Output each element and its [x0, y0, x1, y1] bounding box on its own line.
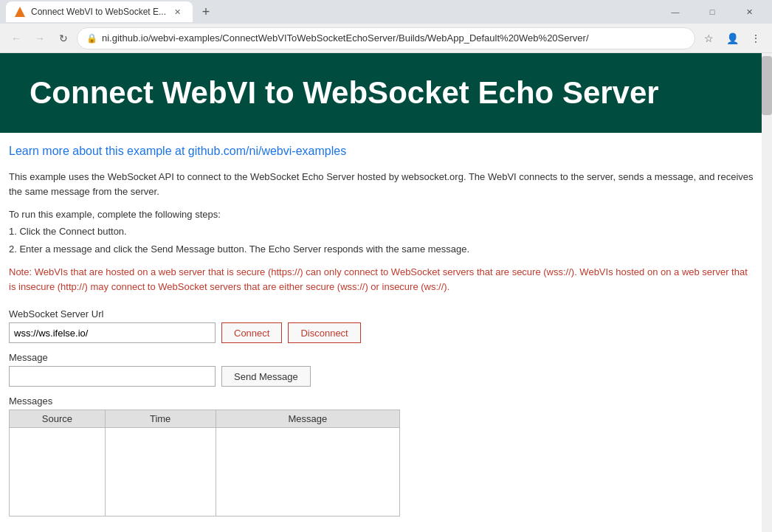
maximize-button[interactable]: □: [695, 0, 729, 24]
table-cell-source: [10, 428, 106, 517]
step2: 2. Enter a message and click the Send Me…: [9, 241, 756, 258]
col-time: Time: [105, 410, 216, 428]
scrollbar-thumb[interactable]: [762, 56, 772, 115]
lock-icon: 🔒: [86, 33, 97, 44]
websocket-url-input[interactable]: [9, 322, 216, 343]
menu-button[interactable]: ⋮: [745, 28, 766, 49]
col-source: Source: [10, 410, 106, 428]
refresh-button[interactable]: ↻: [53, 28, 74, 49]
app-wrapper: Connect WebVI to WebSocket Echo Server L…: [0, 53, 772, 531]
message-row: Send Message: [9, 366, 756, 387]
col-message: Message: [216, 410, 400, 428]
websocket-url-row: Connect Disconnect: [9, 322, 756, 343]
title-bar: Connect WebVI to WebSocket E... ✕ + — □ …: [0, 0, 772, 24]
learn-more-link[interactable]: Learn more about this example at github.…: [6, 145, 756, 158]
new-tab-button[interactable]: +: [196, 1, 216, 22]
message-input[interactable]: [9, 366, 216, 387]
messages-table-header: Source Time Message: [10, 410, 400, 428]
tab-bar: Connect WebVI to WebSocket E... ✕ +: [6, 1, 216, 22]
page-title: Connect WebVI to WebSocket Echo Server: [30, 75, 732, 111]
message-group: Message Send Message: [9, 352, 756, 387]
account-button[interactable]: 👤: [722, 28, 742, 49]
forward-button[interactable]: →: [30, 28, 50, 49]
tab-close-button[interactable]: ✕: [172, 6, 184, 18]
table-row: [10, 428, 400, 517]
scrollbar-track[interactable]: [762, 53, 772, 532]
step1: 1. Click the Connect button.: [9, 223, 756, 240]
page-content: Connect WebVI to WebSocket Echo Server L…: [0, 53, 772, 532]
disconnect-button[interactable]: Disconnect: [288, 322, 360, 343]
note-text: Note: WebVIs that are hosted on a web se…: [9, 265, 756, 294]
messages-table: Source Time Message: [9, 410, 400, 517]
back-button[interactable]: ←: [6, 28, 27, 49]
window-controls: — □ ✕: [658, 0, 766, 24]
send-message-button[interactable]: Send Message: [221, 366, 311, 387]
messages-section: Messages Source Time Message: [9, 395, 756, 517]
websocket-url-group: WebSocket Server Url Connect Disconnect: [9, 308, 756, 343]
header-banner: Connect WebVI to WebSocket Echo Server: [0, 53, 762, 133]
browser-window: Connect WebVI to WebSocket E... ✕ + — □ …: [0, 0, 772, 532]
address-bar-container: 🔒: [77, 27, 695, 49]
main-content: Learn more about this example at github.…: [0, 145, 762, 531]
instructions-intro: To run this example, complete the follow…: [9, 206, 756, 223]
active-tab[interactable]: Connect WebVI to WebSocket E... ✕: [6, 1, 193, 22]
close-button[interactable]: ✕: [732, 0, 766, 24]
address-bar[interactable]: [102, 32, 686, 44]
nav-bar: ← → ↻ 🔒 ☆ 👤 ⋮: [0, 24, 772, 53]
message-label: Message: [9, 352, 756, 363]
websocket-url-label: WebSocket Server Url: [9, 308, 756, 319]
table-cell-message: [216, 428, 400, 517]
form-section: WebSocket Server Url Connect Disconnect …: [9, 308, 756, 387]
step2-text: 2. Enter a message and click the Send Me…: [9, 243, 469, 255]
table-cell-time: [105, 428, 216, 517]
messages-table-body: [10, 428, 400, 517]
table-header-row: Source Time Message: [10, 410, 400, 428]
minimize-button[interactable]: —: [658, 0, 692, 24]
tab-title: Connect WebVI to WebSocket E...: [31, 7, 166, 17]
bookmark-button[interactable]: ☆: [698, 28, 719, 49]
messages-label: Messages: [9, 395, 756, 407]
instructions: To run this example, complete the follow…: [9, 206, 756, 258]
tab-favicon: [15, 7, 25, 17]
connect-button[interactable]: Connect: [221, 322, 282, 343]
description-text: This example uses the WebSocket API to c…: [9, 170, 756, 198]
